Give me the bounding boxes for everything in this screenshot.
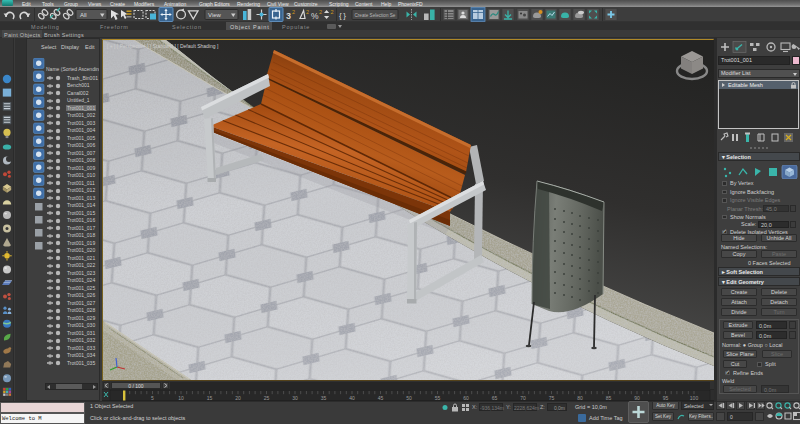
svg-text:80: 80 [577,395,583,401]
svg-text:2: 2 [306,9,309,15]
svg-text:20: 20 [235,395,241,401]
svg-text:{ }: { } [339,11,346,20]
svg-text:All: All [80,12,87,18]
svg-text:10: 10 [178,395,184,401]
svg-text:15: 15 [207,395,213,401]
svg-text:50: 50 [406,395,412,401]
svg-text:85: 85 [606,395,612,401]
svg-text:75: 75 [549,395,555,401]
svg-text:[ + ] [ Perspective ] [ Standa: [ + ] [ Perspective ] [ Standard ] [ Def… [107,43,219,49]
svg-text:2: 2 [292,9,295,15]
svg-text:65: 65 [492,395,498,401]
svg-text:40: 40 [349,395,355,401]
svg-text:55: 55 [435,395,441,401]
svg-text:3: 3 [286,11,291,21]
svg-text:35: 35 [321,395,327,401]
svg-text:70: 70 [520,395,526,401]
svg-text:View: View [208,12,222,18]
svg-text:Create Selection Se: Create Selection Se [355,13,396,18]
svg-text:90: 90 [634,395,640,401]
svg-text:2: 2 [331,9,334,15]
svg-text:100: 100 [690,395,699,401]
svg-text:5: 5 [151,395,154,401]
svg-text:25: 25 [264,395,270,401]
svg-text:60: 60 [463,395,469,401]
svg-text:%: % [311,11,319,21]
svg-text:30: 30 [292,395,298,401]
svg-text:2: 2 [319,9,322,15]
svg-text:95: 95 [663,395,669,401]
svg-text:45: 45 [378,395,384,401]
